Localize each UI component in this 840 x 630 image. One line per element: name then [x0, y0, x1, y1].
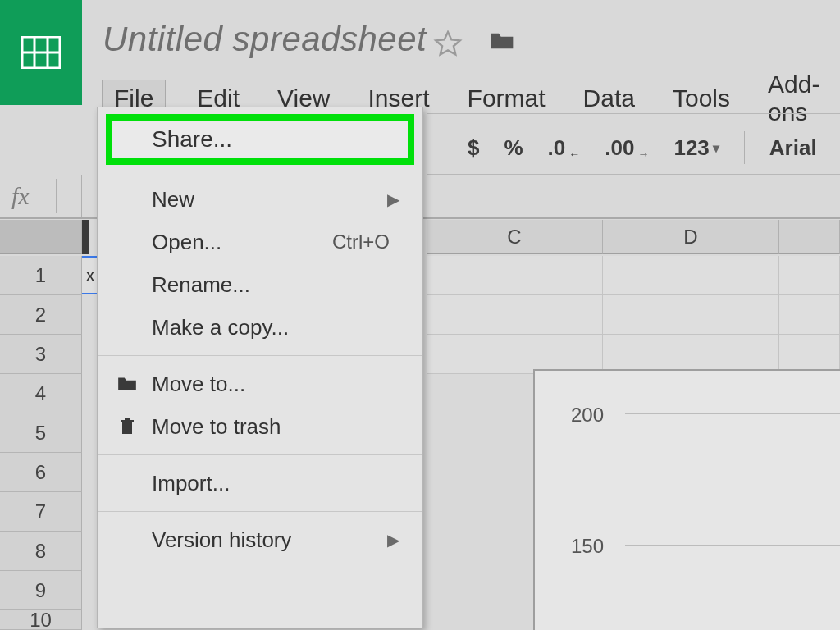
chart-gridline: [625, 413, 840, 414]
file-menu-dropdown: Share... New ▶ Open... Ctrl+O Rename... …: [97, 107, 423, 628]
menu-item-label: Share...: [152, 126, 232, 153]
cell[interactable]: [603, 295, 779, 335]
fx-icon: fx: [11, 182, 30, 210]
menu-item-label: Open...: [152, 230, 221, 255]
percent-button[interactable]: %: [504, 135, 523, 161]
menu-shortcut: Ctrl+O: [332, 231, 390, 253]
svg-rect-6: [125, 418, 130, 420]
arrow-right-icon: →: [637, 148, 649, 161]
row-header-3[interactable]: 3: [0, 335, 82, 374]
cell[interactable]: [779, 295, 840, 335]
cell-a1[interactable]: x: [82, 256, 98, 294]
menu-item-label: Version history: [152, 527, 292, 553]
dec-increase-button[interactable]: .00 →: [605, 135, 649, 161]
menu-separator: [98, 454, 422, 455]
menu-item-label: Import...: [152, 471, 230, 496]
separator: [427, 113, 840, 114]
row-header-9[interactable]: 9: [0, 571, 82, 610]
folder-icon[interactable]: [489, 30, 515, 52]
separator: [744, 131, 745, 164]
row-header-4[interactable]: 4: [0, 374, 82, 413]
row-header-7[interactable]: 7: [0, 492, 82, 532]
menu-item-share[interactable]: Share...: [106, 114, 414, 165]
column-header-e[interactable]: [779, 220, 840, 254]
svg-rect-4: [122, 422, 132, 434]
menu-format[interactable]: Format: [461, 80, 552, 117]
menu-item-rename[interactable]: Rename...: [98, 263, 422, 306]
menu-item-open[interactable]: Open... Ctrl+O: [98, 221, 422, 263]
dec-decrease-button[interactable]: .0 ←: [548, 135, 581, 161]
cell[interactable]: [603, 256, 779, 295]
menu-data[interactable]: Data: [577, 80, 641, 117]
menu-tools[interactable]: Tools: [666, 80, 737, 117]
menu-item-make-copy[interactable]: Make a copy...: [98, 306, 422, 349]
document-title[interactable]: Untitled spreadsheet: [103, 20, 427, 59]
menu-item-label: Rename...: [152, 272, 250, 298]
arrow-left-icon: ←: [568, 148, 580, 161]
row-header-5[interactable]: 5: [0, 413, 82, 453]
dec-increase-label: .00: [605, 135, 634, 161]
sheets-grid-icon: [21, 36, 61, 69]
svg-rect-5: [121, 420, 134, 422]
column-header-c[interactable]: C: [427, 220, 603, 254]
menu-item-label: New: [152, 187, 194, 212]
font-family-selector[interactable]: Arial: [769, 135, 817, 161]
y-tick: 200: [571, 404, 604, 427]
dec-decrease-label: .0: [548, 135, 566, 161]
row-header-8[interactable]: 8: [0, 532, 82, 571]
format-toolbar: $ % .0 ← .00 → 123 ▾ Arial: [468, 125, 817, 171]
number-format-label: 123: [673, 135, 709, 161]
menu-item-label: Move to...: [152, 372, 245, 397]
folder-icon: [116, 372, 139, 395]
chart-panel[interactable]: 200 150: [533, 369, 840, 630]
menu-item-label: Make a copy...: [152, 315, 289, 340]
menu-separator: [98, 511, 422, 512]
menu-item-label: Move to trash: [152, 414, 281, 440]
number-format-button[interactable]: 123 ▾: [673, 135, 719, 161]
menu-item-version-history[interactable]: Version history ▶: [98, 518, 422, 561]
cell[interactable]: [603, 335, 779, 374]
submenu-arrow-icon: ▶: [387, 530, 399, 550]
formula-bar-label: fx: [0, 175, 82, 217]
currency-button[interactable]: $: [468, 135, 479, 161]
row-header-6[interactable]: 6: [0, 453, 82, 492]
menu-item-import[interactable]: Import...: [98, 462, 422, 504]
chart-gridline: [625, 545, 840, 546]
column-header-d[interactable]: D: [603, 220, 779, 254]
separator: [427, 174, 840, 175]
cell[interactable]: [779, 335, 840, 374]
y-tick: 150: [571, 535, 604, 558]
separator: [56, 179, 57, 213]
menu-separator: [98, 355, 422, 356]
row-header-1[interactable]: 1: [0, 256, 82, 295]
sheets-logo: [0, 0, 82, 105]
chevron-down-icon: ▾: [713, 140, 719, 156]
cell[interactable]: [427, 256, 603, 295]
menu-item-new[interactable]: New ▶: [98, 178, 422, 221]
column-header-a-edge[interactable]: [82, 220, 89, 254]
submenu-arrow-icon: ▶: [387, 189, 399, 209]
menu-addons[interactable]: Add-ons: [761, 66, 826, 131]
cell[interactable]: [427, 295, 603, 335]
select-all-cell[interactable]: [0, 220, 82, 254]
row-header-10[interactable]: 10: [0, 610, 82, 630]
menu-item-move-to-trash[interactable]: Move to trash: [98, 405, 422, 448]
cell[interactable]: [779, 256, 840, 295]
star-icon[interactable]: [433, 30, 463, 59]
cell[interactable]: [427, 335, 603, 374]
row-header-2[interactable]: 2: [0, 295, 82, 335]
trash-icon: [116, 415, 139, 438]
menu-item-move-to[interactable]: Move to...: [98, 363, 422, 405]
